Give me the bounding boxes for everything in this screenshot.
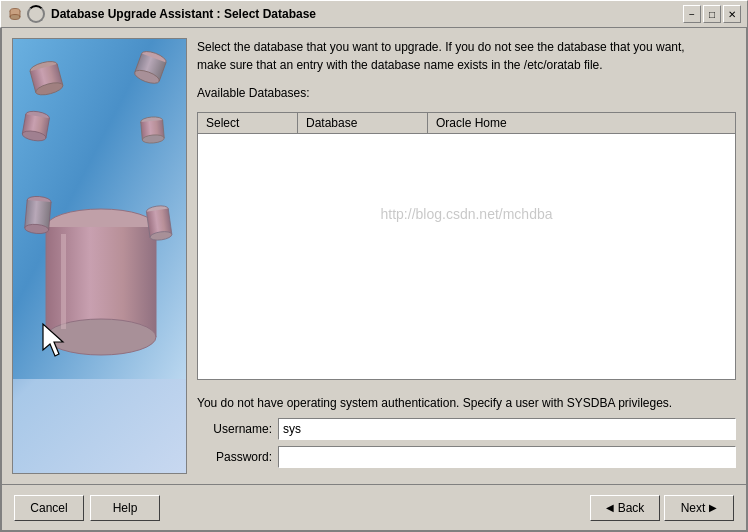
- svg-rect-31: [61, 234, 66, 329]
- cancel-button[interactable]: Cancel: [14, 495, 84, 521]
- button-bar: Cancel Help ◀ Back Next ▶: [2, 484, 746, 530]
- auth-section: You do not have operating system authent…: [197, 396, 736, 474]
- column-select: Select: [198, 113, 298, 133]
- window-controls[interactable]: − □ ✕: [683, 5, 741, 23]
- content-area: Select the database that you want to upg…: [2, 28, 746, 484]
- available-databases-label: Available Databases:: [197, 86, 736, 100]
- table-header: Select Database Oracle Home: [198, 113, 735, 134]
- next-arrow-icon: ▶: [709, 502, 717, 513]
- app-icon: [7, 6, 23, 22]
- main-panel: Select the database that you want to upg…: [197, 38, 736, 474]
- title-bar: Database Upgrade Assistant : Select Data…: [0, 0, 748, 28]
- left-buttons: Cancel Help: [14, 495, 160, 521]
- column-oracle-home: Oracle Home: [428, 113, 735, 133]
- username-input[interactable]: [278, 418, 736, 440]
- table-body: http://blog.csdn.net/mchdba: [198, 134, 735, 294]
- progress-indicator: [27, 5, 45, 23]
- watermark: http://blog.csdn.net/mchdba: [381, 206, 553, 222]
- column-database: Database: [298, 113, 428, 133]
- next-button[interactable]: Next ▶: [664, 495, 734, 521]
- nav-buttons: ◀ Back Next ▶: [590, 495, 734, 521]
- close-button[interactable]: ✕: [723, 5, 741, 23]
- barrels-illustration: [13, 39, 186, 473]
- image-panel: [12, 38, 187, 474]
- password-label: Password:: [197, 450, 272, 464]
- description-text: Select the database that you want to upg…: [197, 38, 736, 74]
- restore-button[interactable]: □: [703, 5, 721, 23]
- password-input[interactable]: [278, 446, 736, 468]
- username-label: Username:: [197, 422, 272, 436]
- window-content: Select the database that you want to upg…: [0, 28, 748, 532]
- username-row: Username:: [197, 418, 736, 440]
- window-title: Database Upgrade Assistant : Select Data…: [51, 7, 683, 21]
- back-button[interactable]: ◀ Back: [590, 495, 660, 521]
- svg-point-2: [10, 15, 20, 20]
- password-row: Password:: [197, 446, 736, 468]
- auth-description: You do not have operating system authent…: [197, 396, 736, 410]
- database-table[interactable]: Select Database Oracle Home http://blog.…: [197, 112, 736, 380]
- minimize-button[interactable]: −: [683, 5, 701, 23]
- back-arrow-icon: ◀: [606, 502, 614, 513]
- help-button[interactable]: Help: [90, 495, 160, 521]
